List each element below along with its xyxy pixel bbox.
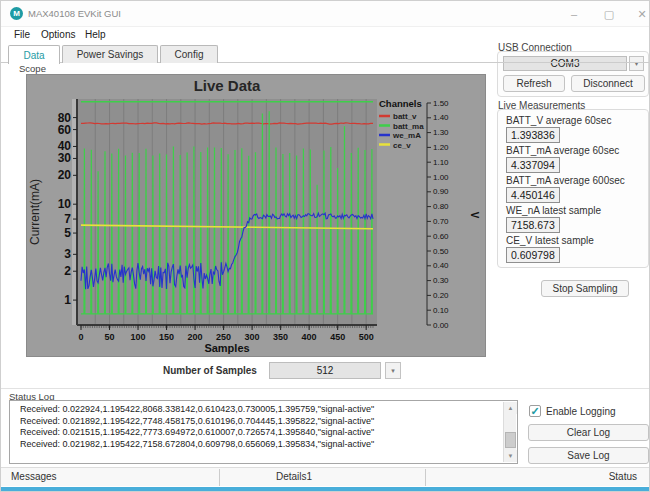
save-log-button[interactable]: Save Log [528, 447, 649, 464]
svg-text:V: V [469, 212, 480, 219]
title-bar: M MAX40108 EVKit GUI – ▢ ✕ [1, 1, 649, 27]
log-line: Received: 0.022924,1.195422,8068.338142,… [10, 404, 517, 416]
svg-text:Live Data: Live Data [194, 77, 261, 94]
scope-panel: Live Data80604030201075321Current(mA)050… [26, 74, 486, 357]
measurement-value-batt-ma-600: 4.450146 [506, 187, 560, 203]
close-button[interactable]: ✕ [631, 6, 650, 22]
svg-text:500: 500 [359, 332, 374, 342]
svg-text:1.00: 1.00 [433, 173, 449, 182]
svg-text:0.70: 0.70 [433, 217, 449, 226]
svg-text:batt_v: batt_v [393, 112, 417, 121]
status-log-box[interactable]: Received: 0.022924,1.195422,8068.338142,… [9, 400, 518, 464]
number-of-samples-label: Number of Samples [163, 365, 257, 376]
svg-text:7: 7 [64, 212, 71, 226]
svg-text:1.30: 1.30 [433, 128, 449, 137]
stop-sampling-button[interactable]: Stop Sampling [541, 280, 629, 297]
svg-text:1.10: 1.10 [433, 158, 449, 167]
status-bar-messages: Messages [11, 471, 57, 482]
number-of-samples-dropdown-arrow-icon[interactable]: ▾ [385, 362, 401, 379]
svg-text:1.50: 1.50 [433, 99, 449, 108]
app-window: M MAX40108 EVKit GUI – ▢ ✕ File Options … [0, 0, 650, 492]
status-bar-divider [219, 469, 220, 486]
bottom-accent-bar [1, 487, 649, 491]
svg-text:3: 3 [64, 247, 71, 261]
scope-group-label: Scope [19, 63, 46, 74]
svg-text:Channels: Channels [379, 98, 422, 109]
svg-text:0.20: 0.20 [433, 291, 449, 300]
log-line: Received: 0.021892,1.195422,7748.458175,… [10, 416, 517, 428]
status-bar-details: Details1 [276, 471, 312, 482]
svg-text:0.30: 0.30 [433, 276, 449, 285]
svg-text:300: 300 [245, 332, 260, 342]
window-title: MAX40108 EVKit GUI [28, 8, 121, 19]
log-line: Received: 0.021982,1.195422,7158.672804,… [10, 439, 517, 451]
menu-item-help[interactable]: Help [85, 29, 106, 40]
svg-text:0.50: 0.50 [433, 247, 449, 256]
disconnect-button[interactable]: Disconnect [571, 75, 645, 92]
svg-text:we_mA: we_mA [392, 131, 421, 140]
svg-text:50: 50 [105, 332, 115, 342]
svg-text:60: 60 [58, 123, 72, 137]
svg-text:0: 0 [78, 332, 83, 342]
svg-text:5: 5 [64, 226, 71, 240]
measurement-label-ce-v: CE_V latest sample [506, 235, 594, 246]
maximize-button[interactable]: ▢ [598, 6, 620, 22]
measurement-label-batt-ma-600: BATT_mA average 600sec [506, 175, 625, 186]
svg-text:Current(mA): Current(mA) [28, 179, 42, 245]
log-scrollbar[interactable]: ▲ ▼ [503, 402, 516, 462]
menu-item-options[interactable]: Options [41, 29, 75, 40]
status-bar: Messages Details1 Status [1, 467, 649, 486]
svg-text:10: 10 [58, 197, 72, 211]
svg-text:20: 20 [58, 168, 72, 182]
svg-text:0.40: 0.40 [433, 261, 449, 270]
svg-text:250: 250 [216, 332, 231, 342]
log-line: Received: 0.021515,1.195422,7773.694972,… [10, 427, 517, 439]
svg-text:0.80: 0.80 [433, 202, 449, 211]
measurement-value-ce-v: 0.609798 [506, 247, 560, 263]
clear-log-button[interactable]: Clear Log [528, 424, 649, 441]
refresh-button[interactable]: Refresh [503, 75, 565, 92]
svg-text:0.60: 0.60 [433, 232, 449, 241]
svg-text:1.40: 1.40 [433, 113, 449, 122]
svg-text:150: 150 [159, 332, 174, 342]
svg-text:2: 2 [64, 264, 71, 278]
tab-data[interactable]: Data [8, 45, 60, 64]
svg-text:0.90: 0.90 [433, 187, 449, 196]
measurement-label-batt-v-60: BATT_V average 60sec [506, 115, 611, 126]
scroll-thumb[interactable] [505, 432, 516, 448]
scroll-up-icon[interactable]: ▲ [504, 402, 517, 414]
svg-text:1.20: 1.20 [433, 143, 449, 152]
svg-text:0.10: 0.10 [433, 306, 449, 315]
svg-text:0.00: 0.00 [433, 321, 449, 330]
svg-text:450: 450 [330, 332, 345, 342]
svg-text:ce_v: ce_v [393, 141, 411, 150]
svg-text:400: 400 [302, 332, 317, 342]
status-bar-divider [425, 469, 426, 486]
menu-item-file[interactable]: File [14, 29, 30, 40]
scroll-down-icon[interactable]: ▼ [504, 450, 517, 462]
svg-text:Samples: Samples [204, 342, 249, 354]
svg-text:1: 1 [64, 293, 71, 307]
enable-logging-label: Enable Logging [546, 406, 616, 417]
svg-text:200: 200 [188, 332, 203, 342]
measurement-value-we-na: 7158.673 [506, 217, 560, 233]
svg-text:100: 100 [131, 332, 146, 342]
com-port-dropdown-arrow-icon[interactable]: ▾ [629, 56, 644, 71]
measurement-value-batt-ma-60: 4.337094 [506, 157, 560, 173]
tab-power-savings[interactable]: Power Savings [62, 45, 158, 63]
enable-logging-checkbox[interactable]: ✓ [529, 405, 541, 417]
number-of-samples-select[interactable]: 512 [269, 362, 381, 379]
live-data-chart: Live Data80604030201075321Current(mA)050… [27, 75, 485, 356]
status-bar-status: Status [609, 471, 637, 482]
minimize-button[interactable]: – [563, 6, 585, 22]
tab-config[interactable]: Config [160, 45, 218, 63]
com-port-select[interactable]: COM3 [503, 56, 627, 71]
svg-text:batt_ma: batt_ma [393, 122, 424, 131]
measurement-label-we-na: WE_nA latest sample [506, 205, 601, 216]
measurement-value-batt-v-60: 1.393836 [506, 127, 560, 143]
app-logo-icon: M [10, 7, 23, 20]
measurement-label-batt-ma-60: BATT_mA average 60sec [506, 145, 619, 156]
content-divider [1, 388, 649, 389]
svg-text:30: 30 [58, 151, 72, 165]
svg-text:350: 350 [273, 332, 288, 342]
